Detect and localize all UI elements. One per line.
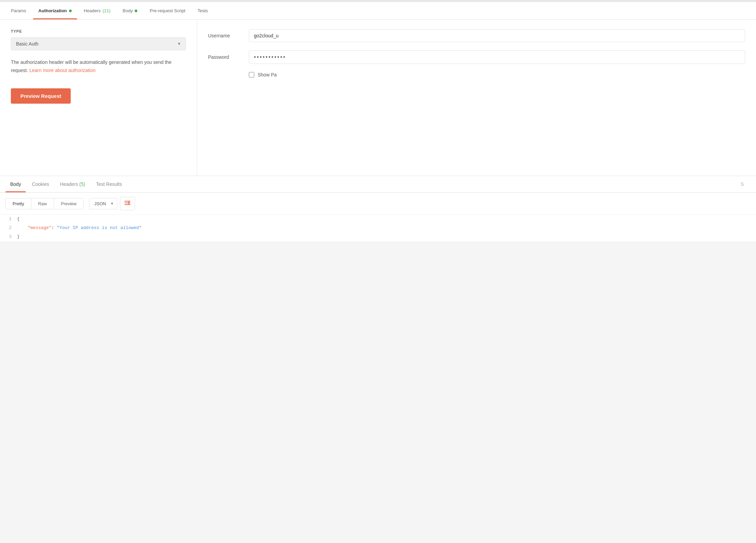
auth-description: The authorization header will be automat… <box>11 58 186 75</box>
line-number-1: 1 <box>0 215 17 224</box>
format-tab-pretty[interactable]: Pretty <box>6 198 31 209</box>
tab-tests[interactable]: Tests <box>192 2 213 19</box>
response-headers-badge: (5) <box>79 181 85 187</box>
username-label: Username <box>208 33 242 38</box>
tab-authorization[interactable]: Authorization <box>33 2 77 19</box>
username-input[interactable] <box>249 29 745 42</box>
code-line-1: 1 { <box>0 215 756 224</box>
json-format-select[interactable]: JSON <box>89 198 117 209</box>
type-label: TYPE <box>11 29 186 33</box>
line-content-1: { <box>17 215 756 224</box>
auth-type-select[interactable]: Basic Auth <box>11 37 186 50</box>
format-tab-raw[interactable]: Raw <box>31 198 54 209</box>
show-password-row: Show Pa <box>249 72 745 77</box>
response-toolbar: Pretty Raw Preview JSON ▼ <box>0 193 756 215</box>
tab-pre-request-script[interactable]: Pre-request Script <box>144 2 191 19</box>
response-tab-test-results[interactable]: Test Results <box>91 176 126 192</box>
show-password-checkbox[interactable] <box>249 72 254 77</box>
format-tab-group: Pretty Raw Preview <box>5 198 84 209</box>
body-dot <box>135 10 137 12</box>
preview-request-button[interactable]: Preview Request <box>11 88 71 104</box>
username-row: Username <box>208 29 745 42</box>
password-input[interactable] <box>249 50 745 64</box>
right-panel: Username Password Show Pa <box>197 20 756 176</box>
tab-body[interactable]: Body <box>117 2 143 19</box>
format-tab-preview[interactable]: Preview <box>54 198 83 209</box>
response-tab-headers[interactable]: Headers (5) <box>55 176 90 192</box>
code-line-2: 2 "message": "Your IP address is not all… <box>0 224 756 232</box>
authorization-dot <box>69 10 72 12</box>
wrap-button[interactable] <box>120 197 135 210</box>
response-tab-cookies[interactable]: Cookies <box>27 176 54 192</box>
auth-type-wrapper[interactable]: Basic Auth ▼ <box>11 37 186 50</box>
tab-params[interactable]: Params <box>5 2 32 19</box>
tab-headers[interactable]: Headers (11) <box>79 2 116 19</box>
main-content: TYPE Basic Auth ▼ The authorization head… <box>0 20 756 176</box>
code-area: 1 { 2 "message": "Your IP address is not… <box>0 215 756 241</box>
code-key-message: "message" <box>28 225 51 230</box>
response-section: Body Cookies Headers (5) Test Results S … <box>0 176 756 241</box>
line-number-2: 2 <box>0 224 17 232</box>
show-password-label: Show Pa <box>258 72 277 77</box>
learn-more-link[interactable]: Learn more about authorization <box>29 68 96 73</box>
json-select-wrapper[interactable]: JSON ▼ <box>89 198 117 209</box>
line-content-2: "message": "Your IP address is not allow… <box>17 224 756 232</box>
response-tab-nav: Body Cookies Headers (5) Test Results S <box>0 176 756 193</box>
code-value-message: "Your IP address is not allowed" <box>57 225 142 230</box>
response-right-label: S <box>734 176 751 192</box>
line-number-3: 3 <box>0 232 17 241</box>
code-line-3: 3 } <box>0 232 756 241</box>
response-tab-body[interactable]: Body <box>5 176 26 192</box>
line-content-3: } <box>17 232 756 241</box>
request-tab-nav: Params Authorization Headers (11) Body P… <box>0 2 756 20</box>
password-label: Password <box>208 54 242 60</box>
left-panel: TYPE Basic Auth ▼ The authorization head… <box>0 20 197 176</box>
wrap-icon <box>124 200 131 206</box>
password-row: Password <box>208 50 745 64</box>
